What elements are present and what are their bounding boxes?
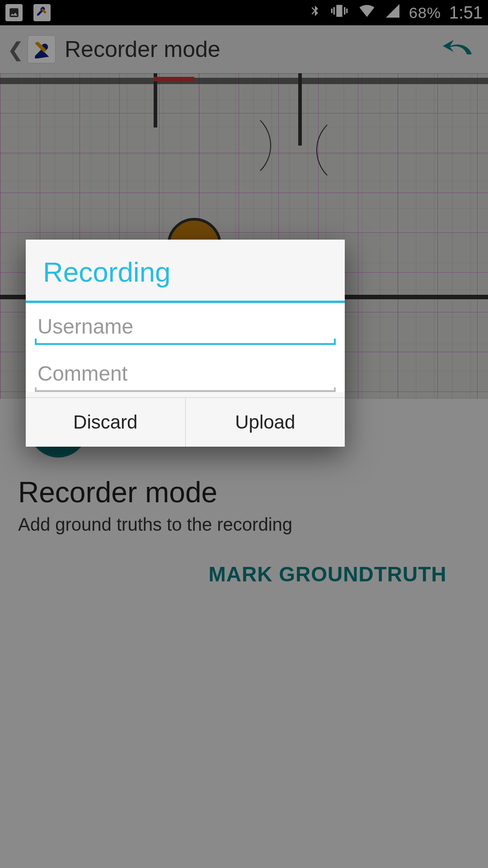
dialog-body xyxy=(26,303,345,392)
upload-button[interactable]: Upload xyxy=(186,398,345,447)
recording-dialog: Recording Discard Upload xyxy=(26,240,345,447)
discard-button[interactable]: Discard xyxy=(26,398,186,447)
comment-input[interactable] xyxy=(35,350,336,390)
dialog-actions: Discard Upload xyxy=(26,397,345,447)
dialog-title: Recording xyxy=(26,240,345,301)
username-input[interactable] xyxy=(35,303,336,343)
username-underline xyxy=(35,343,336,345)
comment-underline xyxy=(35,390,336,392)
